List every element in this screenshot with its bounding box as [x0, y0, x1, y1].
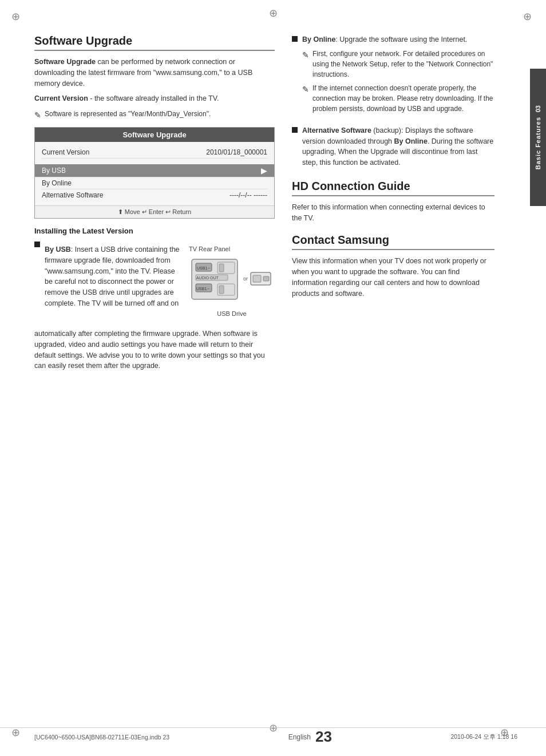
usb-text: : Insert a USB drive containing the firm… [45, 246, 180, 307]
bullet-square-alt [292, 127, 298, 133]
alt-by-online-bold: By Online [394, 137, 428, 145]
upgrade-arrow-icon: ▶ [261, 166, 267, 175]
svg-text:AUDIO OUT: AUDIO OUT [196, 276, 219, 280]
contact-samsung-text: View this information when your TV does … [292, 256, 494, 299]
intro-paragraph: Software Upgrade can be performed by net… [34, 57, 275, 89]
contact-samsung-title: Contact Samsung [292, 233, 494, 250]
current-version-label: Current Version [34, 94, 88, 102]
tv-rear-label: TV Rear Panel [189, 244, 275, 254]
usb-diagram-img: TV Rear Panel USB1← AUDIO OUT [189, 244, 275, 318]
upgrade-by-usb-label: By USB [42, 167, 66, 175]
svg-rect-10 [219, 286, 224, 294]
by-online-paragraph: By Online: Upgrade the software using th… [302, 34, 494, 45]
svg-rect-13 [253, 275, 261, 282]
upgrade-alt-software-row: Alternative Software ----/--/-- ------ [42, 189, 267, 201]
alt-software-paragraph: Alternative Software (backup): Displays … [302, 125, 494, 168]
hd-connection-section: HD Connection Guide Refer to this inform… [292, 180, 494, 224]
bullet-by-usb: By USB: Insert a USB drive containing th… [34, 240, 275, 324]
svg-rect-8 [219, 264, 224, 272]
upgrade-box-body: Current Version 2010/01/18_000001 By USB… [35, 142, 274, 205]
note-configure: ✎ First, configure your network. For det… [302, 49, 494, 80]
tv-usb-svg: USB1← AUDIO OUT USB1← [189, 256, 275, 308]
alt-software-bold: Alternative Software [302, 126, 371, 134]
upgrade-alt-value: ----/--/-- ------ [230, 191, 267, 199]
usb-bold: By USB [45, 246, 71, 254]
page-number-label: English [288, 733, 311, 741]
upgrade-by-online-label: By Online [42, 179, 72, 187]
pencil-icon-2: ✎ [302, 84, 309, 96]
bullet-alt-content: Alternative Software (backup): Displays … [302, 125, 494, 168]
upgrade-box: Software Upgrade Current Version 2010/01… [34, 127, 275, 219]
bullet-usb-content: By USB: Insert a USB drive containing th… [45, 240, 275, 324]
pencil-icon-1: ✎ [302, 49, 309, 61]
svg-rect-14 [263, 276, 269, 281]
left-column: Software Upgrade Software Upgrade can be… [34, 34, 275, 371]
svg-text:USB1←: USB1← [197, 266, 211, 270]
side-tab: 03 Basic Features [530, 69, 546, 206]
bullet-square-usb [34, 242, 40, 247]
right-column: By Online: Upgrade the software using th… [292, 34, 517, 371]
usb-text-block: By USB: Insert a USB drive containing th… [45, 244, 183, 309]
intro-bold: Software Upgrade [34, 58, 96, 66]
current-version-text: - the software already installed in the … [88, 94, 219, 102]
note-configure-text: First, configure your network. For detai… [312, 49, 494, 80]
hd-connection-title: HD Connection Guide [292, 180, 494, 196]
by-online-bold: By Online [302, 35, 335, 43]
note-year-month-text: Software is represented as "Year/Month/D… [45, 109, 211, 119]
bullet-alt-software: Alternative Software (backup): Displays … [292, 125, 494, 168]
svg-text:or: or [243, 276, 248, 282]
pencil-icon: ✎ [34, 109, 41, 121]
footer-center: English 23 [288, 728, 332, 746]
hd-connection-text: Refer to this information when connectin… [292, 202, 494, 224]
note-internet: ✎ If the internet connection doesn't ope… [302, 83, 494, 114]
note-year-month: ✎ Software is represented as "Year/Month… [34, 109, 275, 121]
contact-samsung-section: Contact Samsung View this information wh… [292, 233, 494, 299]
section-title-software-upgrade: Software Upgrade [34, 34, 275, 51]
by-online-text: : Upgrade the software using the Interne… [335, 35, 467, 43]
note-internet-text: If the internet connection doesn't opera… [312, 83, 494, 114]
upgrade-current-version-row: Current Version 2010/01/18_000001 [42, 147, 267, 159]
upgrade-current-value: 2010/01/18_000001 [206, 148, 267, 156]
page-number: 23 [315, 728, 332, 746]
upgrade-spacer [42, 159, 267, 164]
footer-left-text: [UC6400~6500-USA]BN68-02711E-03Eng.indb … [34, 734, 169, 741]
page-footer: [UC6400~6500-USA]BN68-02711E-03Eng.indb … [0, 727, 546, 746]
bullet-online-content: By Online: Upgrade the software using th… [302, 34, 494, 117]
usb-drive-label: USB Drive [189, 309, 275, 319]
upgrade-by-usb-row: By USB ▶ [35, 164, 274, 177]
svg-text:USB1←: USB1← [196, 287, 211, 291]
side-tab-label: Basic Features [535, 117, 541, 169]
bottom-paragraph: automatically after completing the firmw… [34, 328, 275, 371]
side-tab-number: 03 [535, 105, 541, 112]
bullet-square-online [292, 36, 298, 42]
page-container: ⊕ ⊕ ⊕ 03 Basic Features Software Upgrade… [0, 0, 546, 756]
upgrade-box-header: Software Upgrade [35, 128, 274, 142]
current-version-paragraph: Current Version - the software already i… [34, 93, 275, 104]
main-content: Software Upgrade Software Upgrade can be… [0, 0, 546, 394]
usb-diagram-area: By USB: Insert a USB drive containing th… [45, 244, 275, 318]
corner-mark-tr: ⊕ [523, 11, 535, 23]
center-mark-top: ⊕ [269, 7, 278, 19]
upgrade-footer: ⬆ Move ↵ Enter ↩ Return [35, 205, 274, 218]
corner-mark-tl: ⊕ [11, 11, 23, 23]
usb-paragraph: By USB: Insert a USB drive containing th… [45, 244, 183, 309]
upgrade-current-label: Current Version [42, 148, 89, 156]
upgrade-alt-label: Alternative Software [42, 191, 103, 199]
upgrade-by-online-row: By Online [42, 177, 267, 189]
installing-title: Installing the Latest Version [34, 227, 275, 235]
footer-right-text: 2010-06-24 오후 1:18 16 [450, 733, 517, 741]
bullet-by-online: By Online: Upgrade the software using th… [292, 34, 494, 117]
